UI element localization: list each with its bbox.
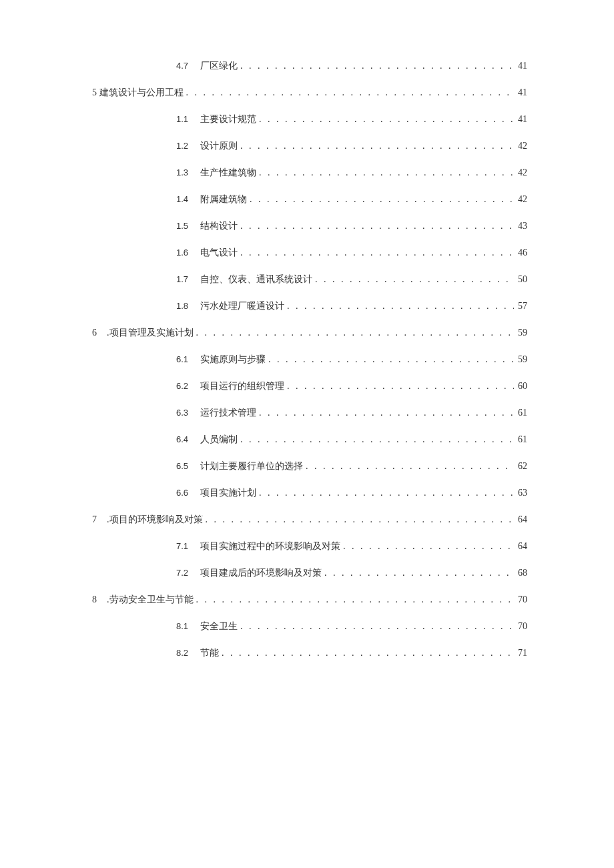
toc-entry-title: 节能 — [200, 647, 219, 659]
toc-entry-page: 68 — [514, 568, 527, 578]
toc-entry-title: 污水处理厂暖通设计 — [200, 300, 284, 312]
toc-chapter-number: 7 — [87, 514, 107, 525]
toc-entry-page: 41 — [514, 61, 527, 71]
toc-leader-dots — [256, 488, 514, 498]
toc-entry-title: 项目建成后的环境影响及对策 — [200, 567, 322, 579]
toc-entry: 6.6项目实施计划63 — [87, 487, 527, 499]
toc-entry: 1.2设计原则42 — [87, 140, 527, 152]
toc-chapter: 5 建筑设计与公用工程41 — [87, 87, 527, 99]
toc-chapter: 7.项目的环境影响及对策64 — [87, 514, 527, 526]
toc-chapter-page: 59 — [514, 328, 527, 338]
toc-entry-number: 8.1 — [87, 621, 200, 631]
toc-entry-title: 项目运行的组织管理 — [200, 380, 284, 392]
toc-leader-dots — [340, 541, 514, 552]
toc-entry-number: 4.7 — [87, 61, 200, 71]
toc-entry-page: 41 — [514, 114, 527, 125]
toc-entry-page: 57 — [514, 301, 527, 312]
toc-entry-page: 71 — [514, 648, 527, 659]
toc-entry-title: 厂区绿化 — [200, 60, 238, 72]
toc-entry: 6.3运行技术管理61 — [87, 407, 527, 419]
toc-leader-dots — [194, 328, 515, 338]
toc-entry: 1.4附属建筑物42 — [87, 193, 527, 205]
toc-entry-page: 59 — [514, 354, 527, 365]
toc-chapter: 6.项目管理及实施计划59 — [87, 327, 527, 339]
toc-entry-number: 1.5 — [87, 221, 200, 231]
toc-entry: 6.2项目运行的组织管理60 — [87, 380, 527, 392]
toc-entry-page: 60 — [514, 381, 527, 392]
toc-chapter-title: .项目管理及实施计划 — [107, 327, 194, 339]
toc-leader-dots — [256, 167, 514, 178]
toc-leader-dots — [256, 408, 514, 418]
toc-entry: 8.2节能71 — [87, 647, 527, 659]
toc-entry-title: 附属建筑物 — [200, 193, 247, 205]
toc-entry-page: 62 — [514, 461, 527, 472]
toc-entry-title: 实施原则与步骤 — [200, 354, 266, 366]
toc-chapter-title: 5 建筑设计与公用工程 — [87, 87, 184, 99]
toc-leader-dots — [203, 514, 515, 525]
toc-entry-number: 6.2 — [87, 381, 200, 391]
toc-leader-dots — [312, 274, 514, 285]
toc-entry-page: 61 — [514, 434, 527, 445]
toc-entry-number: 1.1 — [87, 114, 200, 124]
toc-entry-page: 42 — [514, 167, 527, 178]
toc-entry: 7.2项目建成后的环境影响及对策68 — [87, 567, 527, 579]
toc-entry-title: 计划主要履行单位的选择 — [200, 460, 303, 472]
toc-entry-number: 8.2 — [87, 648, 200, 658]
toc-entry-number: 1.4 — [87, 194, 200, 204]
toc-entry-number: 1.3 — [87, 167, 200, 177]
toc-entry-title: 项目实施过程中的环境影响及对策 — [200, 540, 340, 552]
toc-entry: 1.7自控、仪表、通讯系统设计50 — [87, 274, 527, 286]
toc-entry-number: 6.1 — [87, 354, 200, 364]
toc-entry-page: 70 — [514, 621, 527, 632]
toc-entry-page: 46 — [514, 248, 527, 258]
toc-leader-dots — [194, 594, 515, 605]
toc-chapter-title: .项目的环境影响及对策 — [107, 514, 203, 526]
toc-chapter-title: .劳动安全卫生与节能 — [107, 594, 194, 606]
table-of-contents: 4.7厂区绿化415 建筑设计与公用工程411.1主要设计规范411.2设计原则… — [87, 60, 527, 659]
toc-chapter: 8.劳动安全卫生与节能70 — [87, 594, 527, 606]
toc-chapter-number: 8 — [87, 594, 107, 605]
toc-entry-page: 61 — [514, 408, 527, 418]
toc-entry: 7.1项目实施过程中的环境影响及对策64 — [87, 540, 527, 552]
toc-entry-page: 42 — [514, 194, 527, 205]
toc-entry-page: 42 — [514, 141, 527, 151]
toc-entry: 1.1主要设计规范41 — [87, 113, 527, 125]
toc-leader-dots — [184, 87, 515, 98]
toc-entry-title: 项目实施计划 — [200, 487, 256, 499]
toc-entry-page: 50 — [514, 274, 527, 285]
toc-leader-dots — [219, 648, 514, 659]
toc-entry: 6.5计划主要履行单位的选择62 — [87, 460, 527, 472]
toc-entry: 1.5结构设计43 — [87, 220, 527, 232]
toc-entry-title: 设计原则 — [200, 140, 238, 152]
toc-leader-dots — [238, 621, 514, 632]
toc-entry-number: 1.2 — [87, 141, 200, 151]
toc-entry-number: 1.6 — [87, 248, 200, 258]
toc-entry: 1.8污水处理厂暖通设计57 — [87, 300, 527, 312]
toc-entry-number: 1.8 — [87, 301, 200, 311]
toc-leader-dots — [303, 461, 514, 472]
toc-entry-number: 1.7 — [87, 274, 200, 284]
toc-leader-dots — [247, 194, 514, 205]
toc-leader-dots — [284, 381, 514, 392]
toc-entry-title: 人员编制 — [200, 434, 238, 446]
toc-chapter-number: 6 — [87, 328, 107, 338]
toc-entry-title: 安全卫生 — [200, 620, 238, 632]
toc-entry-number: 7.1 — [87, 541, 200, 551]
toc-chapter-page: 70 — [514, 594, 527, 605]
toc-leader-dots — [238, 61, 514, 71]
toc-entry-title: 电气设计 — [200, 247, 238, 259]
toc-entry: 1.3生产性建筑物42 — [87, 167, 527, 179]
toc-entry-title: 生产性建筑物 — [200, 167, 256, 179]
toc-entry-page: 63 — [514, 488, 527, 498]
toc-leader-dots — [266, 354, 514, 365]
toc-entry-title: 主要设计规范 — [200, 113, 256, 125]
toc-leader-dots — [284, 301, 514, 312]
toc-leader-dots — [322, 568, 514, 578]
toc-entry: 8.1安全卫生70 — [87, 620, 527, 632]
toc-entry: 6.4人员编制61 — [87, 434, 527, 446]
toc-chapter-page: 41 — [514, 87, 527, 98]
toc-entry: 4.7厂区绿化41 — [87, 60, 527, 72]
toc-leader-dots — [238, 248, 514, 258]
toc-leader-dots — [238, 221, 514, 232]
toc-entry: 1.6电气设计46 — [87, 247, 527, 259]
